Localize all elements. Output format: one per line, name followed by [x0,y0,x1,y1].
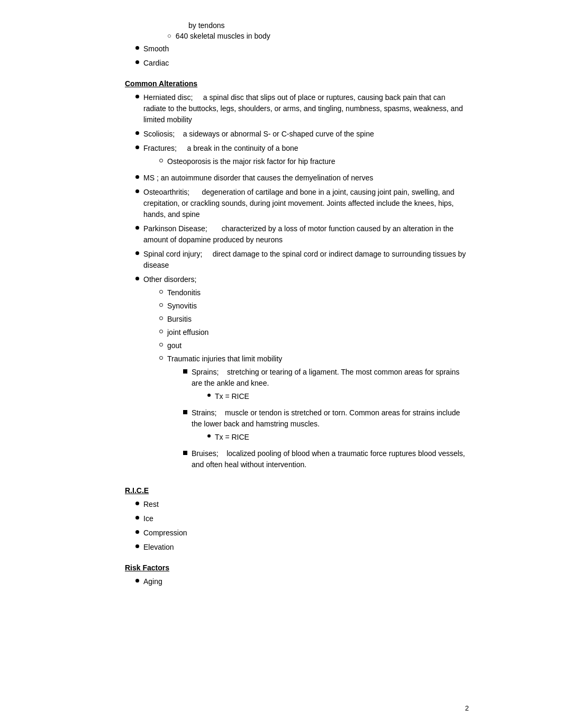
deep-sub-item: Bruises; localized pooling of blood when… [183,448,469,470]
sub-item: Tendonitis [159,287,469,298]
list-item: Fractures; a break in the continuity of … [125,143,469,169]
filled-circle-icon [135,175,139,179]
rest-text: Rest [143,499,469,510]
square-bullet-icon [183,369,187,374]
osteoarthritis-text: Osteoarthritis; degeneration of cartilag… [143,187,469,220]
list-item: Scoliosis; a sideways or abnormal S- or … [125,129,469,140]
list-item: MS ; an autoimmune disorder that causes … [125,172,469,184]
filled-circle-icon [135,544,139,548]
filled-circle-icon [135,251,139,255]
square-bullet-icon [183,410,187,414]
open-circle-icon [159,343,163,347]
open-circle-icon [159,159,163,162]
cardiac-label: Cardiac [143,58,469,69]
open-circle-icon [159,316,163,320]
sub-item: Bursitis [159,314,469,325]
filled-circle-icon [135,530,139,534]
page-content: by tendons ○ 640 skeletal muscles in bod… [83,0,479,728]
ms-text: MS ; an autoimmune disorder that causes … [143,172,469,184]
herniated-disc-text: Herniated disc; a spinal disc that slips… [143,92,469,125]
page-number: 2 [465,704,469,712]
ice-text: Ice [143,513,469,524]
open-circle-icon [159,330,163,333]
list-item: Rest [125,499,469,510]
by-tendons-text: by tendons [188,21,469,30]
list-item: Compression [125,527,469,539]
filled-circle-icon [135,60,139,64]
traumatic-sub-list: Sprains; stretching or tearing of a liga… [183,367,469,470]
filled-circle-sm-icon [207,434,211,438]
sub-item: Osteoporosis is the major risk factor fo… [159,156,469,167]
deepest-item: Tx = RICE [207,432,469,443]
muscle-types-list: Smooth Cardiac [125,43,469,69]
list-item: Cardiac [125,58,469,69]
sub-item: Synovitis [159,301,469,312]
parkinson-text: Parkinson Disease; characterized by a lo… [143,223,469,245]
sprains-tx-text: Tx = RICE [215,391,469,402]
strains-tx-list: Tx = RICE [207,432,469,443]
risk-factors-heading: Risk Factors [125,563,469,572]
sub-item: gout [159,340,469,351]
list-item: Herniated disc; a spinal disc that slips… [125,92,469,125]
gout-text: gout [167,340,469,351]
rice-list: Rest Ice Compression Elevation [125,499,469,553]
list-item: Other disorders; Tendonitis Synovitis Bu… [125,274,469,476]
compression-text: Compression [143,527,469,539]
filled-circle-icon [135,516,139,520]
circle-bullet-icon: ○ [167,32,171,40]
filled-circle-icon [135,46,139,50]
open-circle-icon [159,290,163,294]
list-item: Spinal cord injury; direct damage to the… [125,249,469,271]
sprains-tx-list: Tx = RICE [207,391,469,402]
deep-sub-item: Strains; muscle or tendon is stretched o… [183,407,469,445]
skeletal-muscles-text: 640 skeletal muscles in body [176,32,270,40]
fractures-text: Fractures; a break in the continuity of … [143,143,469,169]
list-item: Parkinson Disease; characterized by a lo… [125,223,469,245]
filled-circle-icon [135,579,139,583]
common-alterations-heading: Common Alterations [125,79,469,88]
sub-item: Traumatic injuries that limit mobility S… [159,353,469,474]
filled-circle-icon [135,95,139,98]
list-item: Ice [125,513,469,524]
filled-circle-icon [135,189,139,193]
bursitis-text: Bursitis [167,314,469,325]
open-circle-icon [159,356,163,360]
alterations-list: Herniated disc; a spinal disc that slips… [125,92,469,476]
sprains-text: Sprains; stretching or tearing of a liga… [192,367,469,404]
deepest-item: Tx = RICE [207,391,469,402]
fractures-sub-list: Osteoporosis is the major risk factor fo… [159,156,469,167]
list-item: Osteoarthritis; degeneration of cartilag… [125,187,469,220]
other-disorders-sub-list: Tendonitis Synovitis Bursitis joint effu… [159,287,469,474]
filled-circle-sm-icon [207,394,211,397]
filled-circle-icon [135,502,139,505]
list-item: Smooth [125,43,469,54]
osteoporosis-text: Osteoporosis is the major risk factor fo… [167,156,469,167]
deep-sub-item: Sprains; stretching or tearing of a liga… [183,367,469,404]
tendonitis-text: Tendonitis [167,287,469,298]
list-item: Aging [125,576,469,587]
rice-heading: R.I.C.E [125,486,469,495]
spinal-cord-text: Spinal cord injury; direct damage to the… [143,249,469,271]
joint-effusion-text: joint effusion [167,327,469,338]
open-circle-icon [159,303,163,307]
aging-text: Aging [143,576,469,587]
filled-circle-icon [135,131,139,135]
other-disorders-text: Other disorders; Tendonitis Synovitis Bu… [143,274,469,476]
skeletal-muscles-item: ○ 640 skeletal muscles in body [167,32,469,40]
risk-factors-list: Aging [125,576,469,587]
filled-circle-icon [135,277,139,280]
synovitis-text: Synovitis [167,301,469,312]
filled-circle-icon [135,145,139,149]
bruises-text: Bruises; localized pooling of blood when… [192,448,469,470]
smooth-label: Smooth [143,43,469,54]
elevation-text: Elevation [143,542,469,553]
filled-circle-icon [135,226,139,230]
square-bullet-icon [183,451,187,455]
strains-tx-text: Tx = RICE [215,432,469,443]
traumatic-injuries-text: Traumatic injuries that limit mobility S… [167,353,469,474]
list-item: Elevation [125,542,469,553]
sub-item: joint effusion [159,327,469,338]
scoliosis-text: Scoliosis; a sideways or abnormal S- or … [143,129,469,140]
strains-text: Strains; muscle or tendon is stretched o… [192,407,469,445]
